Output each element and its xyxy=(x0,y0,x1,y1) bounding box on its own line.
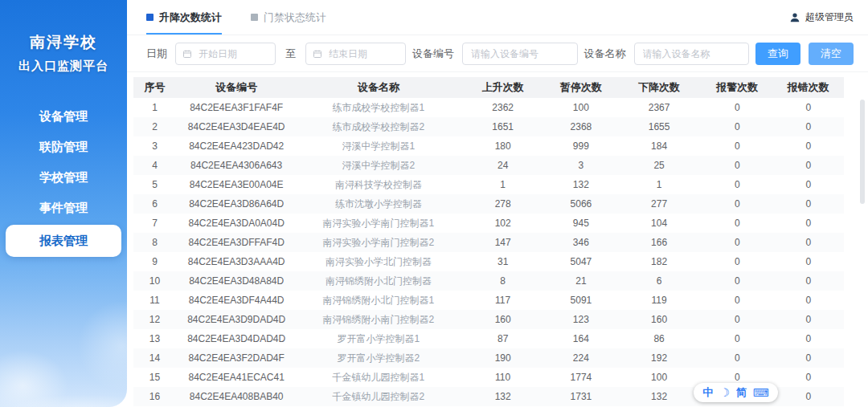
table-cell: 5 xyxy=(133,175,176,194)
table-cell: 南浔科技学校控制器 xyxy=(297,175,460,194)
clear-button[interactable]: 清空 xyxy=(809,43,854,65)
ime-chinese-label[interactable]: 中 xyxy=(702,385,713,400)
table-cell: 罗开富小学控制器1 xyxy=(297,329,460,348)
tab-label: 门禁状态统计 xyxy=(264,10,326,25)
device-name-input[interactable] xyxy=(641,47,742,60)
device-name-field[interactable] xyxy=(634,43,749,65)
table-cell: 110 xyxy=(461,368,546,387)
table-cell: 104 xyxy=(616,214,702,233)
scrollbar-thumb[interactable] xyxy=(860,100,865,204)
table-cell: 0 xyxy=(702,252,772,271)
table-row[interactable]: 1284C2E4EA3D9DAD4D南浔锦绣附小南门控制器21601231600… xyxy=(133,310,844,329)
sidebar-item-device[interactable]: 设备管理 xyxy=(0,101,127,132)
table-cell: 184 xyxy=(616,136,702,156)
keyboard-icon[interactable]: ⌨ xyxy=(753,387,769,398)
table-row[interactable]: 1184C2E4EA3DF4A44D南浔锦绣附小北门控制器11175091119… xyxy=(133,291,844,310)
table-cell: 0 xyxy=(702,98,772,117)
column-header: 序号 xyxy=(133,77,176,98)
table-cell: 5066 xyxy=(546,194,616,214)
table-cell: 14 xyxy=(133,348,176,368)
sidebar-item-report[interactable]: 报表管理 xyxy=(6,225,121,257)
table-row[interactable]: 484C2E4EA4306A643浔溪中学控制器22432500 xyxy=(133,156,844,175)
table-cell: 0 xyxy=(702,348,772,368)
table-cell: 86 xyxy=(616,329,702,348)
table-cell: 浔溪中学控制器2 xyxy=(297,156,460,175)
table-cell: 102 xyxy=(461,214,546,233)
table-cell: 0 xyxy=(702,214,772,233)
table-cell: 3 xyxy=(133,136,176,156)
end-date-field[interactable] xyxy=(305,43,406,65)
table-cell: 2368 xyxy=(546,117,616,136)
vertical-scrollbar[interactable] xyxy=(860,100,865,404)
table-cell: 346 xyxy=(546,233,616,252)
table-cell: 5091 xyxy=(546,291,616,310)
tab-access-status-stats[interactable]: 门禁状态统计 xyxy=(251,0,326,35)
ime-simplified-label[interactable]: 简 xyxy=(736,385,747,400)
table-cell: 8 xyxy=(133,233,176,252)
table-cell: 21 xyxy=(546,271,616,291)
end-date-input[interactable] xyxy=(327,47,399,60)
table-cell: 1 xyxy=(616,175,702,194)
table-cell: 0 xyxy=(702,156,772,175)
table-cell: 11 xyxy=(133,291,176,310)
table-cell: 练市成校学校控制器2 xyxy=(297,117,460,136)
start-date-field[interactable] xyxy=(175,43,276,65)
table-row[interactable]: 1084C2E4EA3D48A84D南浔锦绣附小北门控制器821600 xyxy=(133,271,844,291)
user-menu[interactable]: 超级管理员 xyxy=(789,10,854,24)
table-row[interactable]: 1484C2E4EA3F2DAD4F罗开富小学控制器219022419200 xyxy=(133,348,844,368)
tab-square-icon xyxy=(146,14,154,21)
table-row[interactable]: 884C2E4EA3DFFAF4D南浔实验小学南门控制器214734616600 xyxy=(133,233,844,252)
column-header: 下降次数 xyxy=(616,77,702,98)
table-cell: 84C2E4EA423DAD42 xyxy=(176,136,297,156)
calendar-icon xyxy=(182,49,192,59)
table-cell: 南浔实验小学南门控制器2 xyxy=(297,233,460,252)
table-cell: 0 xyxy=(773,271,844,291)
table-cell: 练市成校学校控制器1 xyxy=(297,98,460,117)
table-row[interactable]: 184C2E4EA3F1FAF4F练市成校学校控制器12362100236700 xyxy=(133,98,844,117)
table-cell: 100 xyxy=(616,368,702,387)
table-row[interactable]: 1384C2E4EA3D4DAD4D罗开富小学控制器1871648600 xyxy=(133,329,844,348)
search-button[interactable]: 查询 xyxy=(755,43,800,65)
table-cell: 117 xyxy=(461,291,546,310)
table-cell: 123 xyxy=(546,310,616,329)
sidebar-item-defense[interactable]: 联防管理 xyxy=(0,132,127,162)
table-cell: 4 xyxy=(133,156,176,175)
crescent-icon[interactable]: ☽ xyxy=(719,387,730,398)
sidebar-item-school[interactable]: 学校管理 xyxy=(0,162,127,193)
table-row[interactable]: 384C2E4EA423DAD42浔溪中学控制器118099918400 xyxy=(133,136,844,156)
table-cell: 1 xyxy=(133,98,176,117)
table-cell: 160 xyxy=(461,310,546,329)
table-cell: 164 xyxy=(546,329,616,348)
table-cell: 南浔实验小学南门控制器1 xyxy=(297,214,460,233)
table-cell: 0 xyxy=(702,194,772,214)
table-cell: 0 xyxy=(702,329,772,348)
app-title-line2: 出入口监测平台 xyxy=(0,59,127,74)
table-row[interactable]: 284C2E4EA3D4EAE4D练市成校学校控制器21651236816550… xyxy=(133,117,844,136)
table-cell: 132 xyxy=(546,175,616,194)
table-row[interactable]: 984C2E4EA3D3AAA4D南浔实验小学北门控制器31504718200 xyxy=(133,252,844,271)
table-cell: 84C2E4EA408BAB40 xyxy=(176,387,297,406)
table-cell: 100 xyxy=(546,98,616,117)
device-code-input[interactable] xyxy=(469,47,570,60)
table-cell: 180 xyxy=(461,136,546,156)
device-code-field[interactable] xyxy=(462,43,577,65)
table-cell: 0 xyxy=(773,233,844,252)
sidebar-item-event[interactable]: 事件管理 xyxy=(0,193,127,223)
tab-lift-count-stats[interactable]: 升降次数统计 xyxy=(146,0,222,35)
table-cell: 1731 xyxy=(546,387,616,406)
table-cell: 84C2E4EA3DFFAF4D xyxy=(176,233,297,252)
table-cell: 1774 xyxy=(546,368,616,387)
table-row[interactable]: 684C2E4EA3D86A64D练市沈墩小学控制器278506627700 xyxy=(133,194,844,214)
start-date-input[interactable] xyxy=(197,47,268,60)
table-row[interactable]: 784C2E4EA3DA0A04D南浔实验小学南门控制器110294510400 xyxy=(133,214,844,233)
table-row[interactable]: 584C2E4EA3E00A04E南浔科技学校控制器1132100 xyxy=(133,175,844,194)
table-cell: 84C2E4EA3DF4A44D xyxy=(176,291,297,310)
table-cell: 0 xyxy=(773,252,844,271)
table-cell: 3 xyxy=(546,156,616,175)
ime-toolbar[interactable]: 中 ☽ 简 ⌨ xyxy=(694,383,778,402)
table-cell: 0 xyxy=(702,175,772,194)
table-cell: 5047 xyxy=(546,252,616,271)
table-cell: 84C2E4EA4306A643 xyxy=(176,156,297,175)
table-cell: 练市沈墩小学控制器 xyxy=(297,194,460,214)
table-cell: 119 xyxy=(616,291,702,310)
